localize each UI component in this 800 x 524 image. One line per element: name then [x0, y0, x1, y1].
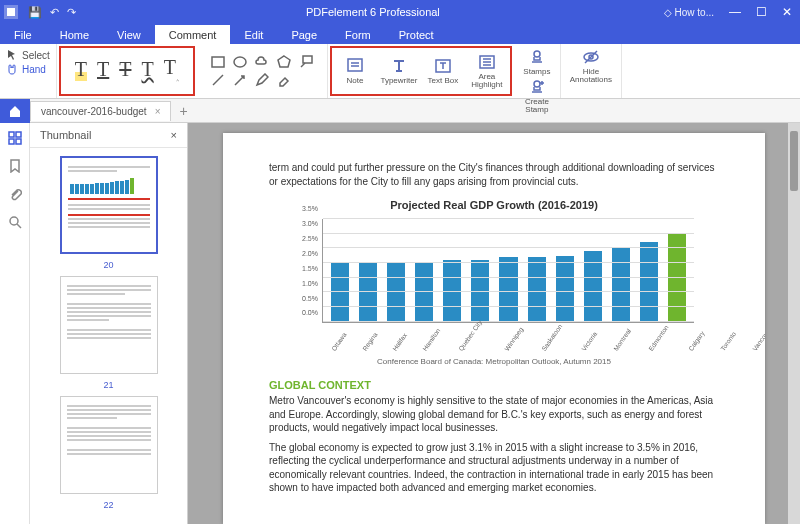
minimize-button[interactable]: —: [722, 0, 748, 24]
svg-point-15: [10, 217, 18, 225]
create-stamp-button[interactable]: Create Stamp: [516, 78, 558, 114]
rect-shape[interactable]: [211, 55, 225, 69]
bar-toronto: [640, 242, 658, 321]
bar-saskatoon: [499, 257, 517, 322]
svg-rect-13: [9, 139, 14, 144]
bar-regina: [359, 263, 377, 322]
close-panel-icon[interactable]: ×: [171, 129, 177, 141]
svg-rect-11: [9, 132, 14, 137]
tab-comment[interactable]: Comment: [155, 25, 231, 44]
ribbon: Select Hand T T T T T˰ Note Typewriter T…: [0, 44, 800, 99]
document-tab[interactable]: vancouver-2016-budget×: [30, 101, 171, 121]
caret-tool[interactable]: T˰: [164, 56, 179, 82]
underline-tool[interactable]: T: [97, 58, 109, 81]
thumbnail-label: 21: [103, 380, 113, 390]
svg-rect-1: [212, 57, 224, 67]
thumbnails-icon[interactable]: [8, 131, 22, 145]
pdf-page: term and could put further pressure on t…: [223, 133, 765, 524]
tab-protect[interactable]: Protect: [385, 25, 448, 44]
attachment-icon[interactable]: [8, 187, 22, 201]
thumbnail-page[interactable]: [60, 276, 158, 374]
vertical-scrollbar[interactable]: [788, 123, 800, 524]
area-highlight-button[interactable]: Area Highlight: [466, 50, 508, 92]
svg-rect-12: [16, 132, 21, 137]
section-heading: GLOBAL CONTEXT: [269, 378, 719, 393]
menubar: File Home View Comment Edit Page Form Pr…: [0, 24, 800, 44]
side-toolbar: [0, 123, 30, 524]
tab-form[interactable]: Form: [331, 25, 385, 44]
howto-link[interactable]: ◇ How to...: [664, 7, 722, 18]
svg-rect-14: [16, 139, 21, 144]
typewriter-button[interactable]: Typewriter: [378, 50, 420, 92]
chart-caption: Conference Board of Canada: Metropolitan…: [269, 357, 719, 368]
annotation-group: Note Typewriter Text Box Area Highlight: [330, 46, 512, 96]
tab-page[interactable]: Page: [277, 25, 331, 44]
thumbnail-title: Thumbnail: [40, 129, 91, 141]
search-icon[interactable]: [8, 215, 22, 229]
app-logo: [0, 0, 22, 24]
home-button[interactable]: [0, 99, 30, 123]
arrow-shape[interactable]: [233, 73, 247, 87]
svg-rect-3: [303, 56, 312, 63]
app-title: PDFelement 6 Professional: [82, 6, 664, 18]
document-tabbar: vancouver-2016-budget× +: [0, 99, 800, 123]
tab-home[interactable]: Home: [46, 25, 103, 44]
bar-victoria: [528, 257, 546, 322]
bookmark-icon[interactable]: [8, 159, 22, 173]
svg-rect-4: [348, 59, 362, 71]
select-tool[interactable]: Select: [6, 48, 50, 62]
note-button[interactable]: Note: [334, 50, 376, 92]
bar-calgary: [612, 247, 630, 322]
strikethrough-tool[interactable]: T: [119, 58, 131, 81]
cloud-shape[interactable]: [255, 55, 269, 69]
bar-hamilton: [415, 263, 433, 322]
body-text: term and could put further pressure on t…: [269, 161, 719, 188]
redo-icon[interactable]: ↷: [67, 6, 76, 19]
document-area[interactable]: term and could put further pressure on t…: [188, 123, 800, 524]
highlight-tool[interactable]: T: [75, 58, 87, 81]
eraser-tool[interactable]: [277, 73, 291, 87]
body-text: The global economy is expected to grow j…: [269, 441, 719, 495]
tab-view[interactable]: View: [103, 25, 155, 44]
hide-annotations-button[interactable]: Hide Annotations: [563, 48, 619, 84]
line-shape[interactable]: [211, 73, 225, 87]
undo-icon[interactable]: ↶: [50, 6, 59, 19]
tab-edit[interactable]: Edit: [230, 25, 277, 44]
bar-montreal: [556, 256, 574, 322]
close-button[interactable]: ✕: [774, 0, 800, 24]
bar-ottawa: [331, 263, 349, 322]
squiggly-tool[interactable]: T: [141, 58, 153, 81]
save-icon[interactable]: 💾: [28, 6, 42, 19]
textbox-button[interactable]: Text Box: [422, 50, 464, 92]
stamps-button[interactable]: Stamps: [516, 48, 558, 76]
svg-point-8: [534, 81, 540, 87]
close-tab-icon[interactable]: ×: [155, 106, 161, 117]
thumbnail-page[interactable]: [60, 396, 158, 494]
thumbnail-panel: Thumbnail× 20 21: [30, 123, 188, 524]
bar-halifax: [387, 263, 405, 322]
thumbnail-page[interactable]: [60, 156, 158, 254]
hand-tool[interactable]: Hand: [6, 62, 50, 76]
tab-file[interactable]: File: [0, 25, 46, 44]
oval-shape[interactable]: [233, 55, 247, 69]
svg-point-7: [534, 51, 540, 57]
pencil-tool[interactable]: [255, 73, 269, 87]
add-tab-button[interactable]: +: [171, 103, 195, 119]
bar-chart: 0.0%0.5%1.0%1.5%2.0%2.5%3.0%3.5% OttawaR…: [294, 219, 694, 349]
text-style-group: T T T T T˰: [59, 46, 195, 96]
thumbnail-label: 22: [103, 500, 113, 510]
polygon-shape[interactable]: [277, 55, 291, 69]
maximize-button[interactable]: ☐: [748, 0, 774, 24]
thumbnail-label: 20: [103, 260, 113, 270]
callout-shape[interactable]: [299, 55, 313, 69]
titlebar: 💾 ↶ ↷ PDFelement 6 Professional ◇ How to…: [0, 0, 800, 24]
chart-title: Projected Real GDP Growth (2016-2019): [269, 198, 719, 213]
body-text: Metro Vancouver's economy is highly sens…: [269, 394, 719, 435]
svg-point-2: [234, 57, 246, 67]
